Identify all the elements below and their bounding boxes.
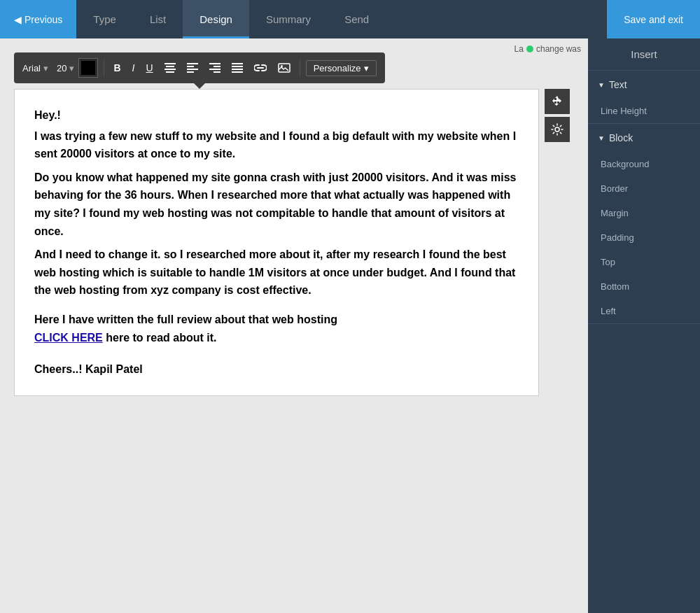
change-text: change was (536, 44, 581, 54)
main-layout: La change was Arial ▾ 20 ▾ B I U (0, 38, 700, 613)
color-swatch (81, 61, 95, 75)
align-left-icon (187, 63, 198, 73)
bold-button[interactable]: B (110, 60, 124, 76)
panel-header: Insert (588, 38, 700, 71)
svg-rect-3 (166, 71, 174, 73)
move-button[interactable] (545, 89, 570, 114)
padding-left-item[interactable]: Left (588, 299, 700, 323)
svg-rect-11 (214, 71, 220, 73)
font-color-picker[interactable] (78, 58, 98, 78)
svg-rect-4 (187, 63, 198, 64)
text-section: ▼ Text Line Height (588, 71, 700, 124)
toolbar-separator-1 (104, 59, 104, 76)
click-here-link[interactable]: CLICK HERE (34, 332, 103, 344)
svg-rect-0 (164, 63, 176, 64)
personalize-button[interactable]: Personalize ▾ (306, 60, 377, 76)
top-navigation: ◀ Previous Type List Design Summary Send… (0, 0, 700, 38)
content-container: Hey.! I was trying a few new stuff to my… (14, 89, 539, 396)
margin-item[interactable]: Margin (588, 201, 700, 225)
panel-spacer (588, 324, 700, 613)
email-body[interactable]: Hey.! I was trying a few new stuff to my… (15, 90, 538, 395)
text-arrow-icon: ▼ (598, 81, 605, 89)
svg-rect-14 (232, 69, 243, 70)
side-controls (545, 89, 570, 142)
tab-design[interactable]: Design (183, 0, 249, 38)
align-right-icon (209, 63, 220, 73)
email-line-7: Cheers..! Kapil Patel (34, 360, 519, 379)
link-button[interactable] (251, 61, 270, 75)
font-dropdown-icon: ▾ (43, 63, 48, 73)
email-line-5: Here I have written the full review abou… (34, 311, 519, 329)
align-right-button[interactable] (206, 61, 224, 75)
justify-icon (232, 63, 243, 73)
right-panel: Insert ▼ Text Line Height ▼ Block Backgr… (588, 38, 700, 613)
link-icon (254, 63, 267, 73)
svg-rect-12 (232, 63, 243, 64)
save-exit-button[interactable]: Save and exit (607, 0, 700, 38)
svg-rect-1 (166, 66, 174, 67)
tab-type[interactable]: Type (76, 0, 133, 38)
tab-summary[interactable]: Summary (249, 0, 328, 38)
padding-bottom-item[interactable]: Bottom (588, 274, 700, 299)
block-arrow-icon: ▼ (598, 134, 605, 142)
change-indicator: La change was (514, 44, 581, 54)
nav-tabs: Type List Design Summary Send (76, 0, 607, 38)
image-button[interactable] (274, 61, 294, 75)
email-content-wrapper: Hey.! I was trying a few new stuff to my… (14, 89, 539, 396)
image-icon (278, 63, 290, 73)
svg-rect-2 (164, 69, 176, 70)
svg-point-18 (555, 127, 559, 132)
background-item[interactable]: Background (588, 152, 700, 176)
email-line-4: And I need to change it. so I researched… (34, 246, 519, 300)
email-line-3: Do you know what happened my site gonna … (34, 169, 519, 240)
svg-rect-7 (187, 71, 194, 73)
svg-rect-8 (209, 63, 220, 64)
border-item[interactable]: Border (588, 176, 700, 201)
padding-top-item[interactable]: Top (588, 250, 700, 274)
personalize-dropdown-icon: ▾ (364, 63, 369, 73)
svg-rect-10 (209, 69, 220, 70)
svg-rect-9 (214, 66, 220, 67)
email-line-2: I was trying a few new stuff to my websi… (34, 127, 519, 163)
tab-send[interactable]: Send (328, 0, 386, 38)
size-dropdown-icon: ▾ (69, 63, 74, 73)
align-center-icon (164, 63, 176, 73)
justify-button[interactable] (228, 61, 246, 75)
padding-item[interactable]: Padding (588, 225, 700, 250)
editor-area: La change was Arial ▾ 20 ▾ B I U (0, 38, 588, 613)
email-line-6: CLICK HERE here to read about it. (34, 329, 519, 347)
move-icon (550, 94, 564, 108)
line-height-item[interactable]: Line Height (588, 99, 700, 123)
svg-rect-5 (187, 66, 194, 67)
text-toolbar: Arial ▾ 20 ▾ B I U (14, 52, 385, 83)
italic-button[interactable]: I (129, 60, 139, 76)
green-dot-icon (526, 45, 533, 52)
toolbar-separator-2 (300, 59, 300, 76)
previous-button[interactable]: ◀ Previous (0, 0, 76, 38)
svg-rect-13 (232, 66, 243, 67)
underline-button[interactable]: U (143, 60, 157, 76)
text-section-title[interactable]: ▼ Text (588, 71, 700, 99)
svg-rect-6 (187, 69, 198, 70)
svg-rect-15 (232, 71, 243, 73)
font-size-select[interactable]: 20 ▾ (57, 63, 74, 73)
settings-button[interactable] (545, 117, 570, 142)
align-center-button[interactable] (161, 61, 179, 75)
email-line-6-text: here to read about it. (103, 332, 217, 344)
block-section-title[interactable]: ▼ Block (588, 124, 700, 152)
block-section: ▼ Block Background Border Margin Padding… (588, 124, 700, 324)
tab-list[interactable]: List (133, 0, 183, 38)
align-left-button[interactable] (183, 61, 202, 75)
gear-icon (551, 123, 564, 136)
font-family-select[interactable]: Arial ▾ (22, 63, 48, 73)
email-line-1: Hey.! (34, 106, 519, 125)
